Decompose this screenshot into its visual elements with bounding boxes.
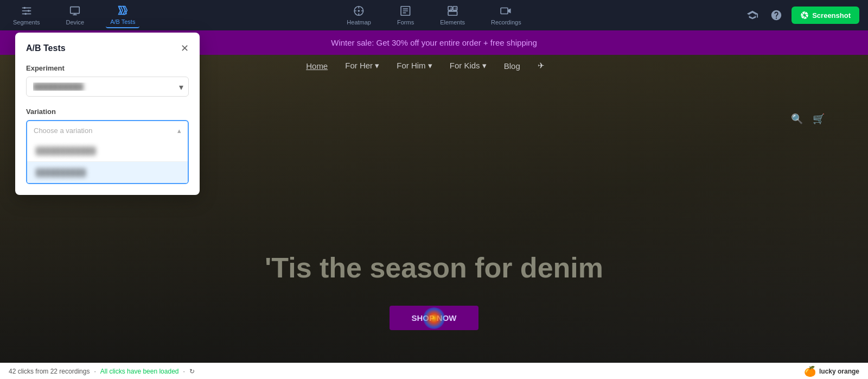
svg-text:B: B — [455, 7, 457, 11]
lucky-orange-icon: 🍊 — [804, 365, 816, 377]
nav-home[interactable]: Home — [306, 61, 328, 71]
ab-tests-panel: A/B Tests ✕ Experiment ██████████ ▾ Vari… — [15, 33, 200, 195]
svg-rect-6 — [71, 7, 80, 14]
svg-point-4 — [28, 10, 30, 12]
segments-tool[interactable]: Segments — [9, 3, 44, 28]
toolbar-left: Segments Device A/B Tests — [9, 2, 139, 28]
toolbar-center: Heatmap Forms A B Elements — [342, 3, 525, 28]
cart-icon[interactable]: 🛒 — [813, 113, 825, 125]
elements-tool[interactable]: A B Elements — [436, 3, 469, 28]
variation-placeholder: Choose a variation — [34, 127, 92, 135]
bottom-left-info: 42 clicks from 22 recordings · All click… — [9, 368, 195, 375]
ab-panel-header: A/B Tests ✕ — [26, 43, 189, 53]
experiment-label: Experiment — [26, 64, 189, 72]
hero-title: 'Tis the season for denim — [265, 251, 603, 284]
search-icon[interactable]: 🔍 — [791, 113, 803, 125]
toolbar: Segments Device A/B Tests — [0, 0, 868, 30]
ab-tests-tool[interactable]: A/B Tests — [106, 2, 139, 28]
loaded-info: All clicks have been loaded — [100, 368, 179, 375]
experiment-select[interactable]: ██████████ — [26, 77, 189, 97]
nav-blog[interactable]: Blog — [504, 61, 520, 71]
svg-rect-27 — [448, 11, 457, 15]
svg-rect-28 — [501, 8, 508, 14]
nav-for-him[interactable]: For Him ▾ — [397, 61, 432, 71]
variation-dropdown[interactable]: Choose a variation ▴ ████████████ ██████… — [26, 120, 189, 184]
toolbar-right: Screenshot — [744, 7, 859, 24]
variation-option-2[interactable]: ██████████ — [27, 161, 188, 183]
experiment-select-wrapper: ██████████ ▾ — [26, 77, 189, 97]
device-tool[interactable]: Device — [62, 3, 89, 28]
recordings-tool[interactable]: Recordings — [487, 3, 526, 28]
variation-option-1[interactable]: ████████████ — [27, 140, 188, 161]
heatmap-tool[interactable]: Heatmap — [342, 3, 375, 28]
bottom-bar: 42 clicks from 22 recordings · All click… — [0, 363, 868, 379]
nav-flight-icon[interactable]: ✈ — [538, 61, 545, 71]
chevron-up-icon: ▴ — [177, 127, 181, 135]
shop-now-button[interactable]: SHOP NOW — [390, 306, 478, 330]
variation-options-list: ████████████ ██████████ — [27, 140, 188, 183]
help-button[interactable] — [768, 7, 785, 24]
separator-2: · — [183, 368, 185, 375]
nav-for-her[interactable]: For Her ▾ — [345, 61, 379, 71]
graduation-icon-button[interactable] — [744, 7, 761, 24]
svg-point-14 — [359, 10, 360, 11]
variation-header[interactable]: Choose a variation ▴ — [27, 121, 188, 140]
brand-name: lucky orange — [819, 368, 859, 375]
svg-point-5 — [24, 13, 27, 15]
close-button[interactable]: ✕ — [181, 43, 189, 53]
refresh-icon[interactable]: ↻ — [189, 368, 195, 375]
nav-for-kids[interactable]: For Kids ▾ — [450, 61, 487, 71]
variation-label: Variation — [26, 108, 189, 116]
screenshot-button[interactable]: Screenshot — [792, 7, 859, 24]
ab-panel-title: A/B Tests — [26, 43, 66, 53]
bottom-right-brand: 🍊 lucky orange — [804, 365, 859, 377]
forms-tool[interactable]: Forms — [393, 3, 418, 28]
clicks-info: 42 clicks from 22 recordings — [9, 368, 90, 375]
svg-text:A: A — [450, 7, 452, 11]
svg-point-3 — [23, 7, 25, 9]
separator-1: · — [94, 368, 95, 375]
